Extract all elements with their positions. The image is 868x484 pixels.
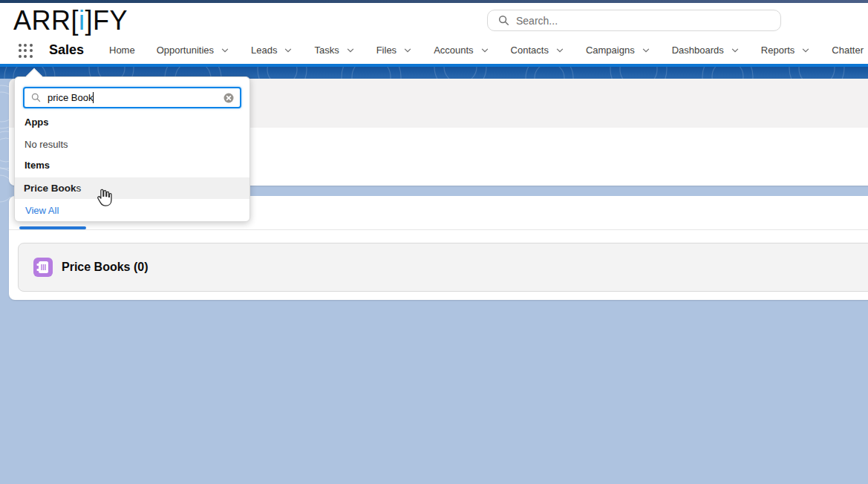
result-suffix-text: s	[76, 183, 82, 194]
logo-text-end: ]FY	[85, 5, 128, 36]
tab-contacts[interactable]: Contacts	[511, 45, 564, 56]
nav-tabset: Home Opportunities Leads Tasks Files Acc…	[109, 36, 864, 64]
view-all-link[interactable]: View All	[25, 205, 59, 216]
logo-i: i	[79, 5, 85, 36]
tab-label: Reports	[761, 45, 795, 56]
tab-label: Chatter	[832, 45, 864, 56]
app-logo: ARR[i]FY	[13, 5, 128, 36]
items-section-heading: Items	[25, 160, 50, 171]
tab-campaigns[interactable]: Campaigns	[586, 45, 650, 56]
tab-home[interactable]: Home	[109, 45, 135, 56]
chevron-down-icon[interactable]	[480, 46, 489, 55]
pricebook-icon	[33, 258, 53, 277]
tab-label: Opportunities	[157, 45, 214, 56]
tab-label: Tasks	[314, 45, 339, 56]
clear-icon	[223, 93, 234, 103]
chevron-down-icon[interactable]	[403, 46, 412, 55]
app-launcher-waffle-icon[interactable]	[19, 44, 33, 58]
chevron-down-icon[interactable]	[801, 46, 810, 55]
chevron-down-icon[interactable]	[221, 46, 229, 55]
apps-no-results: No results	[25, 139, 68, 150]
logo-text: ARR[	[13, 5, 79, 36]
tab-opportunities[interactable]: Opportunities	[157, 45, 229, 56]
global-search-box[interactable]	[487, 10, 781, 31]
tab-label: Accounts	[434, 45, 473, 56]
tab-label: Contacts	[511, 45, 549, 56]
related-list-title: Price Books (0)	[62, 261, 148, 274]
tab-label: Campaigns	[586, 45, 635, 56]
chevron-down-icon[interactable]	[284, 46, 293, 55]
chevron-down-icon[interactable]	[346, 46, 355, 55]
tab-label: Dashboards	[672, 45, 724, 56]
search-icon	[498, 15, 509, 26]
app-launcher-popup: price Book Apps No results Items Price B…	[14, 76, 250, 222]
global-search-input[interactable]	[516, 15, 761, 27]
tab-tasks[interactable]: Tasks	[314, 45, 354, 56]
tab-label: Files	[376, 45, 397, 56]
search-icon	[31, 93, 41, 102]
apps-section-heading: Apps	[25, 117, 49, 128]
global-header: ARR[i]FY	[0, 3, 868, 36]
clear-search-button[interactable]	[223, 93, 234, 103]
tab-dashboards[interactable]: Dashboards	[672, 45, 740, 56]
active-tab-indicator	[19, 226, 86, 229]
result-match-text: Price Book	[24, 183, 76, 194]
launcher-search-box[interactable]: price Book	[23, 87, 241, 108]
tab-chatter[interactable]: Chatter	[832, 45, 864, 56]
current-app-name: Sales	[49, 42, 84, 58]
related-list-price-books[interactable]: Price Books (0)	[18, 243, 868, 292]
tab-files[interactable]: Files	[376, 45, 412, 56]
chevron-down-icon[interactable]	[555, 46, 564, 55]
chevron-down-icon[interactable]	[642, 46, 650, 55]
navbar: Sales Home Opportunities Leads Tasks Fil…	[0, 36, 868, 64]
text-caret	[93, 92, 94, 103]
tab-accounts[interactable]: Accounts	[434, 45, 489, 56]
chevron-down-icon[interactable]	[731, 46, 740, 55]
tab-label: Home	[109, 45, 135, 56]
tab-label: Leads	[251, 45, 277, 56]
tab-reports[interactable]: Reports	[761, 45, 811, 56]
tab-leads[interactable]: Leads	[251, 45, 293, 56]
launcher-search-value[interactable]: price Book	[48, 92, 93, 103]
search-result-price-books[interactable]: Price Books	[15, 177, 249, 199]
